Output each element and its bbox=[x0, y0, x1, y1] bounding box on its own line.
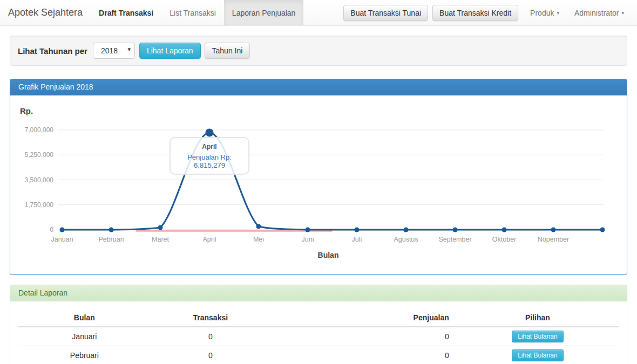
data-point[interactable] bbox=[60, 228, 65, 232]
lihat-bulanan-button[interactable]: Lihat Bulanan bbox=[512, 349, 563, 361]
cell-transactions: 0 bbox=[151, 327, 270, 346]
data-point[interactable] bbox=[256, 224, 261, 229]
tooltip-month: April bbox=[174, 143, 245, 150]
x-tick-label: Oktober bbox=[492, 236, 516, 243]
administrator-dropdown[interactable]: Administrator▾ bbox=[567, 9, 632, 17]
lihat-bulanan-button[interactable]: Lihat Bulanan bbox=[512, 331, 563, 342]
cell-month: Januari bbox=[18, 327, 151, 346]
data-point[interactable] bbox=[551, 228, 556, 232]
data-point[interactable] bbox=[502, 228, 507, 232]
table-row: Pebruari 0 0 Lihat Bulanan bbox=[18, 346, 619, 364]
chart-panel: Grafik Penjualan 2018 Rp. 7,000,0005,250… bbox=[10, 79, 627, 275]
produk-dropdown[interactable]: Produk▾ bbox=[523, 9, 567, 17]
x-tick-label: Nopember bbox=[538, 236, 569, 243]
top-navbar: Apotek Sejahtera Draft Transaksi List Tr… bbox=[0, 0, 637, 26]
data-point[interactable] bbox=[355, 228, 360, 232]
x-tick-label: Januari bbox=[51, 236, 73, 243]
data-point[interactable] bbox=[306, 228, 310, 232]
data-point[interactable] bbox=[109, 228, 114, 232]
sales-chart-area: Rp. 7,000,0005,250,0003,500,0001,750,000… bbox=[10, 95, 627, 274]
tooltip-value: Penjualan Rp: 6,815,279 bbox=[174, 153, 245, 169]
year-select-wrap: 2018 bbox=[93, 43, 135, 59]
y-tick-label: 1,750,000 bbox=[25, 201, 54, 209]
year-filter-label: Lihat Tahunan per bbox=[18, 46, 87, 56]
chart-tooltip: April Penjualan Rp: 6,815,279 bbox=[170, 137, 249, 175]
x-tick-label: Juli bbox=[352, 236, 362, 243]
y-tick-label: 0 bbox=[50, 226, 53, 233]
chart-panel-title: Grafik Penjualan 2018 bbox=[10, 79, 627, 95]
buat-transaksi-tunai-button[interactable]: Buat Transaksi Tunai bbox=[343, 5, 428, 21]
col-header-pilihan: Pilihan bbox=[457, 309, 619, 327]
sales-line-chart[interactable]: 7,000,0005,250,0003,500,0001,750,0000Jan… bbox=[10, 95, 627, 274]
x-tick-label: Maret bbox=[152, 236, 169, 243]
detail-table-area: Bulan Transaksi Penjualan Pilihan Januar… bbox=[10, 301, 627, 364]
x-tick-label: Juni bbox=[302, 236, 314, 243]
buat-transaksi-kredit-button[interactable]: Buat Transaksi Kredit bbox=[432, 5, 518, 21]
x-tick-label: September bbox=[438, 236, 471, 243]
lihat-laporan-button[interactable]: Lihat Laporan bbox=[139, 43, 201, 59]
app-brand[interactable]: Apotek Sejahtera bbox=[0, 0, 91, 25]
cell-transactions: 0 bbox=[151, 346, 270, 364]
table-row: Januari 0 0 Lihat Bulanan bbox=[18, 327, 619, 346]
y-tick-label: 7,000,000 bbox=[25, 126, 54, 134]
data-point[interactable] bbox=[404, 228, 409, 232]
nav-item-laporan-penjualan[interactable]: Laporan Penjualan bbox=[224, 0, 304, 25]
year-filter-bar: Lihat Tahunan per 2018 Lihat Laporan Tah… bbox=[10, 36, 627, 66]
x-axis-title: Bulan bbox=[318, 251, 339, 259]
navbar-right: Buat Transaksi Tunai Buat Transaksi Kred… bbox=[343, 0, 637, 25]
detail-panel: Detail Laporan Bulan Transaksi Penjualan… bbox=[10, 285, 627, 364]
nav-item-draft-transaksi[interactable]: Draft Transaksi bbox=[91, 0, 161, 25]
col-header-penjualan: Penjualan bbox=[270, 309, 457, 327]
monthly-detail-table: Bulan Transaksi Penjualan Pilihan Januar… bbox=[18, 309, 619, 364]
data-point[interactable] bbox=[206, 128, 214, 136]
caret-down-icon: ▾ bbox=[557, 10, 559, 16]
col-header-bulan: Bulan bbox=[18, 309, 151, 327]
data-point[interactable] bbox=[158, 225, 163, 230]
y-tick-label: 5,250,000 bbox=[25, 151, 54, 159]
col-header-transaksi: Transaksi bbox=[151, 309, 270, 327]
nav-item-list-transaksi[interactable]: List Transaksi bbox=[161, 0, 224, 25]
x-tick-label: Mei bbox=[253, 236, 264, 243]
caret-down-icon: ▾ bbox=[621, 10, 624, 16]
x-tick-label: Pebruari bbox=[98, 236, 124, 243]
y-tick-label: 3,500,000 bbox=[25, 176, 54, 184]
cell-month: Pebruari bbox=[18, 346, 151, 364]
sales-line bbox=[62, 133, 602, 230]
cell-sales: 0 bbox=[270, 327, 457, 346]
year-select[interactable]: 2018 bbox=[93, 43, 135, 59]
data-point[interactable] bbox=[600, 228, 605, 232]
x-tick-label: Agustus bbox=[394, 236, 418, 243]
cell-sales: 0 bbox=[270, 346, 457, 364]
x-tick-label: April bbox=[202, 236, 216, 243]
data-point[interactable] bbox=[453, 228, 458, 232]
tahun-ini-button[interactable]: Tahun Ini bbox=[205, 43, 250, 59]
table-header-row: Bulan Transaksi Penjualan Pilihan bbox=[18, 309, 619, 327]
detail-panel-title: Detail Laporan bbox=[10, 285, 627, 301]
